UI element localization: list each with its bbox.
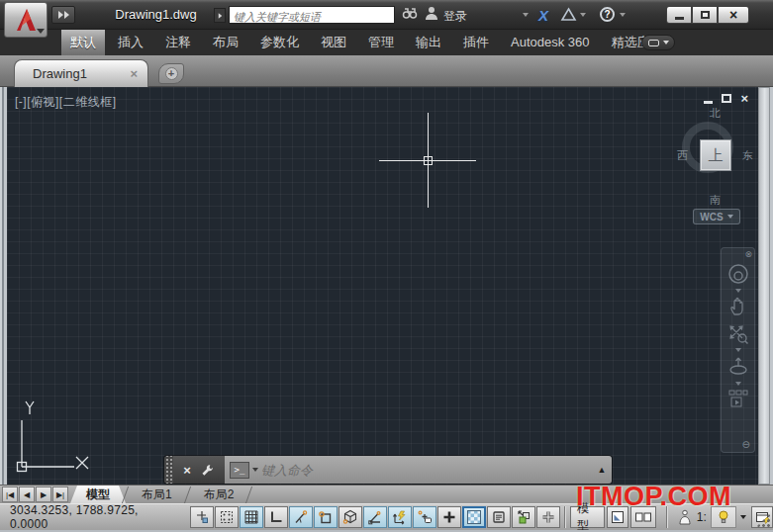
signin-dropdown-icon[interactable] bbox=[523, 13, 529, 17]
logo-dropdown-icon bbox=[37, 29, 45, 34]
ucs-icon[interactable] bbox=[15, 396, 104, 480]
wcs-dropdown[interactable]: WCS bbox=[693, 209, 740, 224]
toggle-dynamic-input[interactable] bbox=[413, 506, 436, 528]
ribbon-display-options-button[interactable] bbox=[641, 35, 675, 50]
quick-access-expand-button[interactable] bbox=[51, 6, 75, 24]
toggle-dynamic-ucs[interactable] bbox=[388, 506, 412, 528]
ribbon-tab-layout[interactable]: 布局 bbox=[204, 30, 247, 55]
prev-layout-button[interactable]: ◀ bbox=[19, 487, 35, 502]
ribbon-tab-bar: 默认 插入 注释 布局 参数化 视图 管理 输出 插件 Autodesk 360… bbox=[0, 30, 773, 55]
file-tab-close-icon[interactable]: × bbox=[130, 67, 138, 80]
command-bar-grip[interactable] bbox=[164, 456, 173, 484]
last-layout-button[interactable]: ▶| bbox=[52, 487, 68, 502]
watermark: ITMOP.COM bbox=[576, 482, 731, 512]
window-edge-left bbox=[0, 87, 7, 485]
file-tab-drawing1[interactable]: Drawing1 × bbox=[14, 59, 148, 87]
drawing-window-controls: × bbox=[704, 91, 748, 105]
autodesk360-dropdown-icon[interactable] bbox=[580, 13, 586, 17]
restore-button[interactable] bbox=[692, 6, 718, 24]
command-line-bar[interactable]: × >_ ▲ bbox=[164, 456, 612, 484]
toggle-polar-tracking[interactable] bbox=[289, 506, 313, 528]
title-flyout-button[interactable] bbox=[214, 8, 226, 23]
navbar-orbit-dropdown-icon[interactable] bbox=[735, 382, 741, 386]
navbar-wheel-dropdown-icon[interactable] bbox=[735, 289, 741, 293]
toggle-object-snap-tracking[interactable] bbox=[363, 506, 387, 528]
toggle-ortho-mode[interactable] bbox=[264, 506, 288, 528]
toggle-annotation-monitor[interactable] bbox=[536, 506, 560, 528]
command-input-area: >_ ▲ bbox=[225, 456, 612, 484]
help-icon[interactable]: ? bbox=[600, 7, 615, 22]
ribbon-tab-manage[interactable]: 管理 bbox=[359, 30, 403, 55]
showmotion-icon[interactable] bbox=[727, 389, 749, 408]
command-bar-close-icon[interactable]: × bbox=[183, 464, 191, 477]
vertical-scrollbar[interactable] bbox=[758, 87, 770, 485]
search-input[interactable] bbox=[230, 9, 394, 25]
coordinates-display: 3034.3253, 1788.9725, 0.0000 bbox=[10, 503, 178, 531]
drawing-restore-icon[interactable] bbox=[722, 94, 731, 103]
autodesk360-icon[interactable] bbox=[560, 7, 577, 22]
toggle-selection-cycling[interactable] bbox=[512, 506, 535, 528]
viewcube-north-label[interactable]: 北 bbox=[710, 106, 721, 121]
ribbon-tab-output[interactable]: 输出 bbox=[407, 30, 450, 55]
minimize-button[interactable] bbox=[666, 6, 692, 24]
toggle-quick-properties[interactable] bbox=[487, 506, 511, 528]
signin-button[interactable]: 登录 bbox=[443, 8, 467, 25]
toggle-grid-display[interactable] bbox=[240, 506, 263, 528]
toggle-transparency[interactable] bbox=[462, 506, 486, 528]
annotation-scale-button[interactable]: 1: bbox=[697, 510, 707, 524]
ribbon-tab-autodesk360[interactable]: Autodesk 360 bbox=[502, 30, 599, 55]
navigation-bar[interactable]: ⊗ bbox=[721, 247, 755, 453]
viewcube-west-label[interactable]: 西 bbox=[677, 148, 688, 163]
layout-tab-model[interactable]: 模型 bbox=[70, 486, 126, 503]
ribbon-tab-plugins[interactable]: 插件 bbox=[454, 30, 498, 55]
viewport-controls-label[interactable]: [-][俯视][二维线框] bbox=[15, 94, 117, 111]
first-layout-button[interactable]: |◀ bbox=[2, 487, 18, 502]
ribbon-tab-annotate[interactable]: 注释 bbox=[156, 30, 200, 55]
user-icon[interactable] bbox=[424, 5, 439, 21]
ribbon-tab-insert[interactable]: 插入 bbox=[109, 30, 152, 55]
help-dropdown-icon[interactable] bbox=[620, 13, 626, 17]
status-dropdown-icon[interactable] bbox=[740, 515, 746, 519]
command-input[interactable] bbox=[261, 463, 589, 478]
command-customize-wrench-icon[interactable] bbox=[200, 463, 215, 478]
layout-tab-layout2[interactable]: 布局2 bbox=[188, 486, 250, 503]
zoom-icon[interactable] bbox=[727, 323, 749, 345]
navbar-collapse-icon[interactable]: ⊖ bbox=[742, 439, 750, 450]
command-history-expand-icon[interactable]: ▲ bbox=[592, 465, 612, 475]
viewcube-top-face[interactable]: 上 bbox=[700, 139, 731, 171]
ribbon-tab-parametric[interactable]: 参数化 bbox=[251, 30, 308, 55]
status-toggles bbox=[190, 506, 560, 528]
viewcube[interactable]: 北 南 西 东 上 WCS bbox=[677, 104, 758, 228]
command-prompt-icon[interactable]: >_ bbox=[230, 462, 249, 479]
navbar-close-icon[interactable]: ⊗ bbox=[744, 249, 752, 259]
viewcube-south-label[interactable]: 南 bbox=[710, 193, 721, 208]
application-menu-button[interactable] bbox=[4, 2, 48, 38]
drawing-canvas[interactable]: [-][俯视][二维线框] × 北 南 西 东 上 WCS ⊗ bbox=[7, 87, 758, 485]
navigation-wheel-icon[interactable] bbox=[726, 262, 750, 286]
toggle-lineweight[interactable] bbox=[437, 506, 461, 528]
next-layout-button[interactable]: ▶ bbox=[36, 487, 51, 502]
search-icon[interactable] bbox=[401, 5, 419, 21]
navbar-zoom-dropdown-icon[interactable] bbox=[735, 348, 741, 352]
new-drawing-tab-button[interactable]: + bbox=[158, 63, 184, 84]
viewcube-east-label[interactable]: 东 bbox=[742, 148, 753, 163]
exchange-apps-icon[interactable]: X bbox=[538, 7, 548, 24]
ribbon-tab-view[interactable]: 视图 bbox=[312, 30, 355, 55]
file-tab-bar: Drawing1 × + bbox=[0, 55, 773, 87]
layout-tab-layout1[interactable]: 布局1 bbox=[126, 486, 188, 503]
title-bar: Drawing1.dwg 登录 X ? × bbox=[0, 0, 773, 30]
toggle-object-snap[interactable] bbox=[314, 506, 338, 528]
file-tab-label: Drawing1 bbox=[33, 66, 130, 81]
toggle-snap-mode[interactable] bbox=[215, 506, 239, 528]
ribbon-tab-default[interactable]: 默认 bbox=[61, 30, 105, 55]
pan-icon[interactable] bbox=[727, 296, 749, 317]
command-prompt-dropdown-icon[interactable] bbox=[252, 468, 258, 472]
status-separator bbox=[564, 506, 566, 528]
drawing-close-icon[interactable]: × bbox=[740, 92, 748, 105]
document-title: Drawing1.dwg bbox=[99, 0, 213, 29]
crosshair-pickbox bbox=[424, 156, 433, 165]
toggle-3d-object-snap[interactable] bbox=[338, 506, 362, 528]
toggle-infer-constraints[interactable] bbox=[190, 506, 214, 528]
orbit-icon[interactable] bbox=[727, 355, 749, 379]
close-button[interactable]: × bbox=[718, 6, 749, 24]
